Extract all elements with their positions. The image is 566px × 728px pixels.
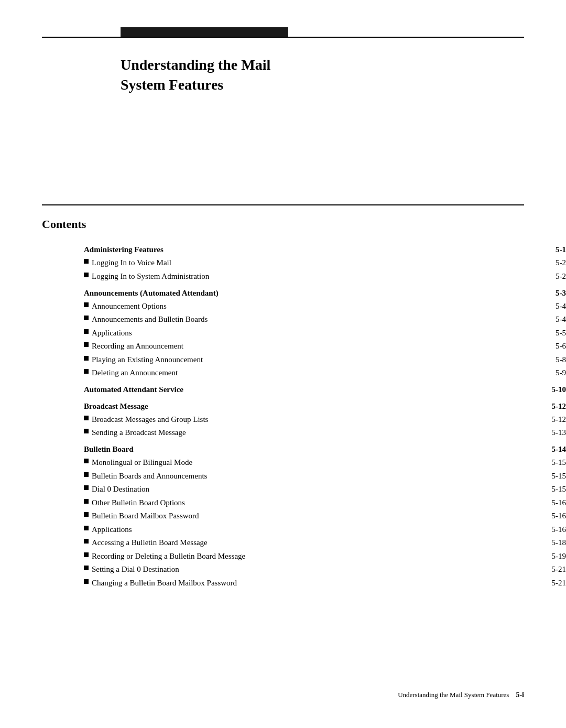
bullet-entry: Monolingual or Bilingual Mode — [84, 456, 514, 470]
bullet-entry: Recording or Deleting a Bulletin Board M… — [84, 549, 514, 563]
bullet-label: Monolingual or Bilingual Mode — [92, 457, 514, 469]
bullet-page: 5-16 — [514, 496, 566, 509]
bullet-entry: Logging In to System Administration — [84, 269, 514, 283]
section-page: 5-10 — [514, 379, 566, 396]
bullet-entry: Recording an Announcement — [84, 340, 514, 353]
bullet-label: Other Bulletin Board Options — [92, 497, 514, 509]
bullet-icon — [84, 316, 89, 320]
bullet-page: 5-18 — [514, 536, 566, 550]
bullet-entry: Dial 0 Destination — [84, 483, 514, 496]
toc-bullet-row: Dial 0 Destination 5-15 — [84, 483, 566, 496]
toc-section-row: Broadcast Message 5-12 — [84, 396, 566, 413]
bullet-icon — [84, 259, 89, 264]
toc-bullet-row: Deleting an Announcement 5-9 — [84, 366, 566, 380]
bullet-page: 5-16 — [514, 523, 566, 536]
top-decorative-bar — [121, 27, 288, 37]
bullet-icon — [84, 512, 89, 517]
bullet-entry: Applications — [84, 326, 514, 340]
bullet-icon — [84, 539, 89, 544]
title-line1: Understanding the Mail — [121, 55, 270, 75]
bullet-page: 5-2 — [514, 269, 566, 283]
footer: Understanding the Mail System Features 5… — [42, 691, 524, 699]
bullet-page: 5-9 — [514, 366, 566, 380]
bullet-icon — [84, 566, 89, 570]
bullet-entry: Announcements and Bulletin Boards — [84, 313, 514, 327]
title-line2: System Features — [121, 75, 270, 95]
bullet-icon — [84, 342, 89, 347]
bullet-label: Applications — [92, 327, 514, 339]
footer-text: Understanding the Mail System Features 5… — [398, 691, 524, 699]
bullet-icon — [84, 429, 89, 433]
bullet-label: Announcements and Bulletin Boards — [92, 313, 514, 325]
section-page: 5-3 — [514, 283, 566, 300]
toc-bullet-row: Setting a Dial 0 Destination 5-21 — [84, 563, 566, 577]
bullet-entry: Changing a Bulletin Board Mailbox Passwo… — [84, 576, 514, 590]
bullet-label: Announcement Options — [92, 300, 514, 312]
bullet-icon — [84, 273, 89, 277]
bullet-label: Sending a Broadcast Message — [92, 427, 514, 439]
toc-bullet-row: Applications 5-16 — [84, 523, 566, 536]
bullet-entry: Playing an Existing Announcement — [84, 353, 514, 366]
bullet-page: 5-5 — [514, 326, 566, 340]
toc-section-row: Bulletin Board 5-14 — [84, 439, 566, 456]
bullet-page: 5-21 — [514, 576, 566, 590]
bullet-label: Accessing a Bulletin Board Message — [92, 537, 514, 549]
toc-bullet-row: Monolingual or Bilingual Mode 5-15 — [84, 456, 566, 470]
main-title: Understanding the Mail System Features — [121, 55, 270, 95]
title-area: Understanding the Mail System Features — [121, 55, 270, 95]
bullet-label: Dial 0 Destination — [92, 483, 514, 495]
toc-section-row: Announcements (Automated Attendant) 5-3 — [84, 283, 566, 300]
bullet-entry: Accessing a Bulletin Board Message — [84, 536, 514, 550]
bullet-icon — [84, 329, 89, 334]
toc-bullet-row: Playing an Existing Announcement 5-8 — [84, 353, 566, 366]
section-label: Announcements (Automated Attendant) — [84, 289, 219, 297]
bullet-entry: Deleting an Announcement — [84, 366, 514, 380]
footer-label: Understanding the Mail System Features — [398, 691, 509, 699]
top-rule — [42, 37, 524, 38]
bullet-icon — [84, 499, 89, 504]
section-label: Bulletin Board — [84, 445, 134, 453]
toc-bullet-row: Broadcast Messages and Group Lists 5-12 — [84, 412, 566, 426]
bullet-label: Playing an Existing Announcement — [92, 354, 514, 366]
bullet-label: Recording or Deleting a Bulletin Board M… — [92, 550, 514, 562]
bullet-page: 5-19 — [514, 549, 566, 563]
bullet-page: 5-4 — [514, 299, 566, 313]
toc-bullet-row: Announcements and Bulletin Boards 5-4 — [84, 313, 566, 327]
bullet-page: 5-16 — [514, 509, 566, 523]
bullet-entry: Other Bulletin Board Options — [84, 496, 514, 509]
bullet-label: Bulletin Boards and Announcements — [92, 470, 514, 482]
section-label: Automated Attendant Service — [84, 385, 183, 394]
toc-bullet-row: Sending a Broadcast Message 5-13 — [84, 426, 566, 440]
bullet-icon — [84, 552, 89, 557]
toc-bullet-row: Changing a Bulletin Board Mailbox Passwo… — [84, 576, 566, 590]
bullet-page: 5-15 — [514, 456, 566, 470]
bullet-icon — [84, 485, 89, 490]
bullet-icon — [84, 579, 89, 584]
bullet-icon — [84, 526, 89, 530]
bullet-label: Bulletin Board Mailbox Password — [92, 510, 514, 522]
bullet-page: 5-2 — [514, 256, 566, 270]
bullet-page: 5-8 — [514, 353, 566, 366]
bullet-entry: Bulletin Boards and Announcements — [84, 469, 514, 483]
bullet-page: 5-15 — [514, 483, 566, 496]
bullet-icon — [84, 459, 89, 463]
bullet-icon — [84, 356, 89, 361]
bullet-page: 5-12 — [514, 412, 566, 426]
bullet-label: Logging In to System Administration — [92, 270, 514, 282]
bullet-entry: Applications — [84, 523, 514, 536]
bullet-label: Logging In to Voice Mail — [92, 257, 514, 269]
section-page: 5-14 — [514, 439, 566, 456]
toc-bullet-row: Applications 5-5 — [84, 326, 566, 340]
bullet-label: Recording an Announcement — [92, 340, 514, 352]
toc-bullet-row: Recording or Deleting a Bulletin Board M… — [84, 549, 566, 563]
bullet-entry: Bulletin Board Mailbox Password — [84, 509, 514, 523]
bullet-entry: Setting a Dial 0 Destination — [84, 563, 514, 577]
toc-bullet-row: Logging In to Voice Mail 5-2 — [84, 256, 566, 270]
toc-section-row: Administering Features 5-1 — [84, 244, 566, 256]
toc-bullet-row: Bulletin Boards and Announcements 5-15 — [84, 469, 566, 483]
toc-bullet-row: Recording an Announcement 5-6 — [84, 340, 566, 353]
bullet-page: 5-15 — [514, 469, 566, 483]
toc-bullet-row: Bulletin Board Mailbox Password 5-16 — [84, 509, 566, 523]
bullet-label: Broadcast Messages and Group Lists — [92, 414, 514, 426]
bullet-icon — [84, 369, 89, 374]
